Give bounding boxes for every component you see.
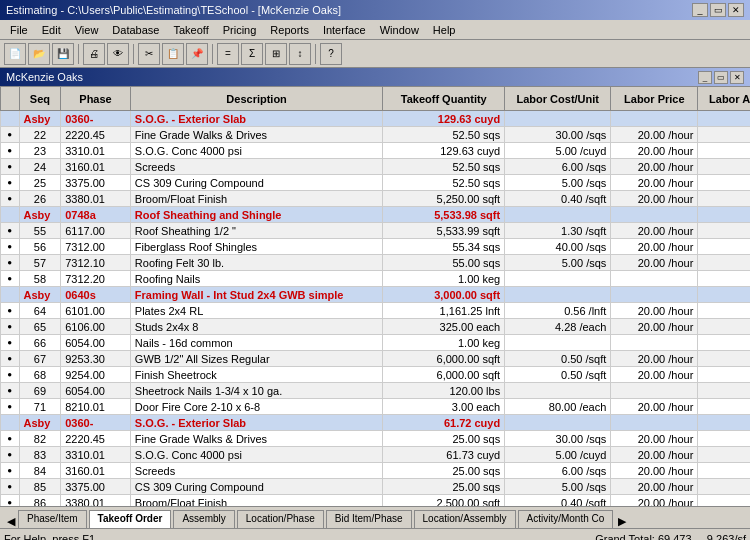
- table-row[interactable]: Asby 0360- S.O.G. - Exterior Slab 129.63…: [1, 111, 751, 127]
- menu-pricing[interactable]: Pricing: [217, 23, 263, 37]
- row-takeoff: 61.73 cuyd: [383, 447, 505, 463]
- row-phase: 9254.00: [61, 367, 131, 383]
- table-row[interactable]: Asby 0748a Roof Sheathing and Shingle 5,…: [1, 207, 751, 223]
- tab-activity-month[interactable]: Activity/Month Co: [518, 510, 614, 528]
- tab-bid-item-phase[interactable]: Bid Item/Phase: [326, 510, 412, 528]
- row-laborcost: 0.56 /lnft: [505, 303, 611, 319]
- table-row[interactable]: ● 84 3160.01 Screeds 25.00 sqs 6.00 /sqs…: [1, 463, 751, 479]
- inner-restore[interactable]: ▭: [714, 71, 728, 84]
- filter-button[interactable]: ⊞: [265, 43, 287, 65]
- copy-button[interactable]: 📋: [162, 43, 184, 65]
- menu-database[interactable]: Database: [106, 23, 165, 37]
- preview-button[interactable]: 👁: [107, 43, 129, 65]
- row-phase: 6054.00: [61, 335, 131, 351]
- col-header-laborcost[interactable]: Labor Cost/Unit: [505, 87, 611, 111]
- row-laboramt: [698, 111, 750, 127]
- tab-location-assembly[interactable]: Location/Assembly: [414, 510, 516, 528]
- row-seq: Asby: [19, 287, 61, 303]
- row-desc: Nails - 16d common: [130, 335, 383, 351]
- table-row[interactable]: ● 68 9254.00 Finish Sheetrock 6,000.00 s…: [1, 367, 751, 383]
- row-seq: 67: [19, 351, 61, 367]
- minimize-button[interactable]: _: [692, 3, 708, 17]
- table-row[interactable]: ● 69 6054.00 Sheetrock Nails 1-3/4 x 10 …: [1, 383, 751, 399]
- menu-view[interactable]: View: [69, 23, 105, 37]
- table-row[interactable]: ● 25 3375.00 CS 309 Curing Compound 52.5…: [1, 175, 751, 191]
- table-row[interactable]: ● 66 6054.00 Nails - 16d common 1.00 keg…: [1, 335, 751, 351]
- cut-button[interactable]: ✂: [138, 43, 160, 65]
- menu-interface[interactable]: Interface: [317, 23, 372, 37]
- table-row[interactable]: ● 82 2220.45 Fine Grade Walks & Drives 2…: [1, 431, 751, 447]
- table-row[interactable]: ● 56 7312.00 Fiberglass Roof Shingles 55…: [1, 239, 751, 255]
- table-row[interactable]: ● 24 3160.01 Screeds 52.50 sqs 6.00 /sqs…: [1, 159, 751, 175]
- table-row[interactable]: ● 55 6117.00 Roof Sheathing 1/2 " 5,533.…: [1, 223, 751, 239]
- inner-minimize[interactable]: _: [698, 71, 712, 84]
- sum-button[interactable]: Σ: [241, 43, 263, 65]
- col-header-phase[interactable]: Phase: [61, 87, 131, 111]
- table-row[interactable]: ● 83 3310.01 S.O.G. Conc 4000 psi 61.73 …: [1, 447, 751, 463]
- menu-file[interactable]: File: [4, 23, 34, 37]
- menu-reports[interactable]: Reports: [264, 23, 315, 37]
- row-takeoff: 129.63 cuyd: [383, 143, 505, 159]
- restore-button[interactable]: ▭: [710, 3, 726, 17]
- calc-button[interactable]: =: [217, 43, 239, 65]
- row-seq: 26: [19, 191, 61, 207]
- table-row[interactable]: ● 85 3375.00 CS 309 Curing Compound 25.0…: [1, 479, 751, 495]
- row-phase: 3375.00: [61, 479, 131, 495]
- col-header-laborprice[interactable]: Labor Price: [611, 87, 698, 111]
- menu-window[interactable]: Window: [374, 23, 425, 37]
- row-takeoff: 61.72 cuyd: [383, 415, 505, 431]
- table-row[interactable]: ● 23 3310.01 S.O.G. Conc 4000 psi 129.63…: [1, 143, 751, 159]
- data-table-container[interactable]: Seq Phase Description Takeoff Quantity L…: [0, 86, 750, 506]
- menu-takeoff[interactable]: Takeoff: [167, 23, 214, 37]
- row-seq: Asby: [19, 415, 61, 431]
- table-row[interactable]: ● 58 7312.20 Roofing Nails 1.00 keg 50.0…: [1, 271, 751, 287]
- menu-edit[interactable]: Edit: [36, 23, 67, 37]
- row-phase: 6117.00: [61, 223, 131, 239]
- row-laborcost: [505, 335, 611, 351]
- open-button[interactable]: 📂: [28, 43, 50, 65]
- tab-phase-item[interactable]: Phase/Item: [18, 510, 87, 528]
- row-phase: 3160.01: [61, 463, 131, 479]
- table-row[interactable]: ● 22 2220.45 Fine Grade Walks & Drives 5…: [1, 127, 751, 143]
- row-takeoff: 2,500.00 sqft: [383, 495, 505, 507]
- table-row[interactable]: Asby 0360- S.O.G. - Exterior Slab 61.72 …: [1, 415, 751, 431]
- tab-location-phase[interactable]: Location/Phase: [237, 510, 324, 528]
- paste-button[interactable]: 📌: [186, 43, 208, 65]
- table-row[interactable]: ● 64 6101.00 Plates 2x4 RL 1,161.25 lnft…: [1, 303, 751, 319]
- row-desc: Plates 2x4 RL: [130, 303, 383, 319]
- table-row[interactable]: ● 71 8210.01 Door Fire Core 2-10 x 6-8 3…: [1, 399, 751, 415]
- row-phase: 7312.20: [61, 271, 131, 287]
- save-button[interactable]: 💾: [52, 43, 74, 65]
- tab-scroll-right[interactable]: ▶: [615, 515, 629, 528]
- menu-help[interactable]: Help: [427, 23, 462, 37]
- close-button[interactable]: ✕: [728, 3, 744, 17]
- col-header-laboramt[interactable]: Labor Amount: [698, 87, 750, 111]
- table-row[interactable]: ● 57 7312.10 Roofing Felt 30 lb. 55.00 s…: [1, 255, 751, 271]
- tab-takeoff-order[interactable]: Takeoff Order: [89, 510, 172, 528]
- row-laborprice: 20.00 /hour: [611, 431, 698, 447]
- col-header-desc[interactable]: Description: [130, 87, 383, 111]
- table-row[interactable]: ● 67 9253.30 GWB 1/2" All Sizes Regular …: [1, 351, 751, 367]
- col-header-takeoff[interactable]: Takeoff Quantity: [383, 87, 505, 111]
- table-row[interactable]: Asby 0640s Framing Wall - Int Stud 2x4 G…: [1, 287, 751, 303]
- table-row[interactable]: ● 26 3380.01 Broom/Float Finish 5,250.00…: [1, 191, 751, 207]
- row-laboramt: 7,194: [698, 223, 750, 239]
- new-button[interactable]: 📄: [4, 43, 26, 65]
- row-laboramt: 275: [698, 255, 750, 271]
- table-row[interactable]: ● 65 6106.00 Studs 2x4x 8 325.00 each 4.…: [1, 319, 751, 335]
- row-laborprice: 20.00 /hour: [611, 351, 698, 367]
- help-button[interactable]: ?: [320, 43, 342, 65]
- row-icon: ●: [1, 463, 20, 479]
- sort-button[interactable]: ↕: [289, 43, 311, 65]
- table-row[interactable]: ● 86 3380.01 Broom/Float Finish 2,500.00…: [1, 495, 751, 507]
- row-desc: Framing Wall - Int Stud 2x4 GWB simple: [130, 287, 383, 303]
- col-header-seq[interactable]: Seq: [19, 87, 61, 111]
- row-seq: 84: [19, 463, 61, 479]
- row-laboramt: 1,000: [698, 495, 750, 507]
- inner-close[interactable]: ✕: [730, 71, 744, 84]
- print-button[interactable]: 🖨: [83, 43, 105, 65]
- tab-scroll-left[interactable]: ◀: [4, 515, 18, 528]
- row-phase: 3375.00: [61, 175, 131, 191]
- row-laboramt: [698, 287, 750, 303]
- tab-assembly[interactable]: Assembly: [173, 510, 234, 528]
